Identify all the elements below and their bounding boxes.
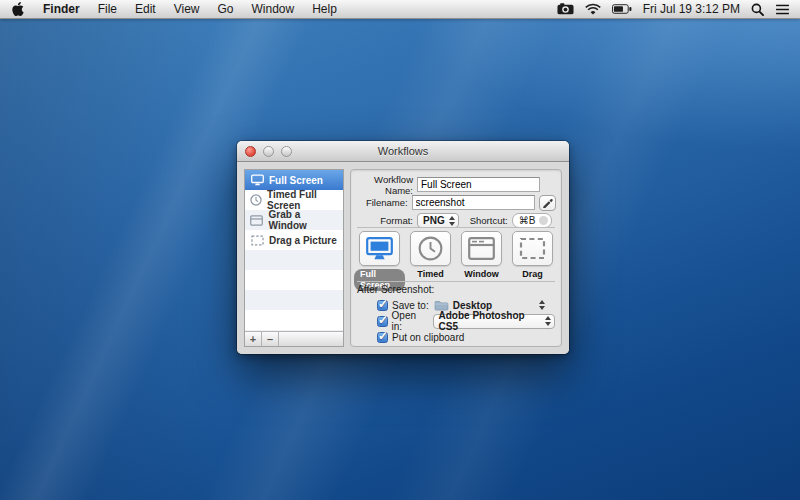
open-in-checkbox[interactable] (377, 316, 388, 327)
stepper-arrows-icon (545, 316, 551, 326)
remove-workflow-button[interactable]: – (262, 332, 279, 346)
apple-menu[interactable] (0, 2, 34, 16)
display-icon (366, 237, 393, 261)
clipboard-row: Put on clipboard (377, 330, 555, 344)
capture-button-label: Timed (417, 269, 443, 280)
full-screen-button[interactable] (359, 231, 400, 266)
sidebar-item-timed-full-screen[interactable]: Timed Full Screen (245, 190, 343, 210)
apple-logo-icon (12, 2, 24, 16)
menu-edit[interactable]: Edit (126, 2, 165, 16)
open-in-value: Adobe Photoshop CS5 (439, 310, 542, 332)
battery-icon[interactable] (612, 4, 632, 14)
after-screenshot-section: After Screenshot: Save to: Desktop Open … (357, 284, 555, 346)
wifi-icon[interactable] (585, 3, 601, 15)
filename-row: Filename: (356, 195, 556, 210)
workflows-window: Workflows Full Screen Timed Full Screen (237, 141, 569, 354)
open-in-popup[interactable]: Adobe Photoshop CS5 (433, 314, 556, 329)
notification-center-icon[interactable] (775, 4, 790, 15)
menu-go[interactable]: Go (209, 2, 243, 16)
save-to-checkbox[interactable] (377, 300, 388, 311)
menu-file[interactable]: File (89, 2, 126, 16)
window-icon (468, 237, 495, 260)
capture-button-label: Drag (522, 269, 543, 280)
filename-label: Filename: (356, 197, 408, 208)
filename-input[interactable] (412, 195, 535, 210)
sidebar-item-label: Drag a Picture (269, 235, 337, 246)
shortcut-value: ⌘B (519, 215, 536, 226)
workflow-name-input[interactable] (417, 177, 540, 192)
clock-icon (418, 236, 443, 261)
menu-bar: Finder File Edit View Go Window Help Fri… (0, 0, 800, 19)
format-shortcut-row: Format: PNG Shortcut: ⌘B (356, 213, 556, 228)
clipboard-label: Put on clipboard (392, 332, 464, 343)
window-body: Full Screen Timed Full Screen Grab a Win… (237, 163, 569, 354)
format-label: Format: (356, 215, 413, 226)
open-in-label: Open in: (392, 310, 428, 332)
drag-button[interactable] (512, 231, 553, 266)
window-button[interactable] (461, 231, 502, 266)
open-in-row: Open in: Adobe Photoshop CS5 (377, 314, 555, 328)
clock-icon (250, 194, 262, 206)
spotlight-icon[interactable] (751, 3, 764, 16)
window-titlebar[interactable]: Workflows (237, 141, 569, 162)
camera-icon[interactable] (557, 3, 574, 15)
traffic-lights (245, 146, 292, 157)
filename-token-button[interactable] (539, 195, 556, 211)
workflow-name-label: Workflow Name: (356, 174, 413, 196)
save-to-label: Save to: (392, 300, 429, 311)
menu-help[interactable]: Help (303, 2, 346, 16)
format-popup[interactable]: PNG (417, 213, 459, 228)
pen-icon (542, 197, 553, 208)
workflow-name-row: Workflow Name: (356, 177, 556, 192)
empty-row (245, 270, 343, 290)
clipboard-checkbox[interactable] (377, 332, 388, 343)
sidebar-item-label: Full Screen (269, 175, 323, 186)
capture-drag: Drag (507, 231, 558, 291)
marquee-icon (250, 235, 264, 246)
shortcut-label: Shortcut: (470, 215, 508, 226)
clear-shortcut-icon[interactable] (539, 216, 548, 225)
menu-window[interactable]: Window (243, 2, 304, 16)
capture-type-buttons: Full Screen Timed Window (354, 231, 558, 291)
capture-button-label: Window (464, 269, 498, 280)
sidebar-item-label: Timed Full Screen (267, 189, 339, 211)
stepper-arrows-icon (449, 216, 455, 226)
zoom-button[interactable] (281, 146, 292, 157)
settings-panel: Workflow Name: Filename: Format: PNG (350, 169, 562, 347)
capture-full-screen: Full Screen (354, 231, 405, 291)
empty-row (245, 310, 343, 330)
display-icon (250, 174, 264, 186)
menubar-clock[interactable]: Fri Jul 19 3:12 PM (643, 2, 740, 16)
close-button[interactable] (245, 146, 256, 157)
save-to-value[interactable]: Desktop (453, 300, 492, 311)
after-screenshot-heading: After Screenshot: (357, 284, 555, 295)
window-title: Workflows (378, 145, 429, 157)
window-icon (250, 215, 264, 226)
divider (357, 227, 555, 228)
format-value: PNG (423, 215, 445, 226)
menubar-status-area: Fri Jul 19 3:12 PM (557, 2, 800, 16)
marquee-icon (519, 237, 546, 260)
sidebar-item-full-screen[interactable]: Full Screen (245, 170, 343, 190)
workflow-form: Workflow Name: Filename: Format: PNG (356, 177, 556, 231)
folder-icon (434, 300, 449, 311)
minimize-button[interactable] (263, 146, 274, 157)
add-workflow-button[interactable]: + (245, 332, 262, 346)
sidebar-item-drag-a-picture[interactable]: Drag a Picture (245, 230, 343, 250)
save-to-popup-stepper[interactable] (539, 300, 545, 310)
shortcut-field[interactable]: ⌘B (512, 213, 552, 228)
sidebar-footer: + – (245, 331, 343, 346)
menu-view[interactable]: View (165, 2, 209, 16)
sidebar-item-grab-a-window[interactable]: Grab a Window (245, 210, 343, 230)
workflow-list: Full Screen Timed Full Screen Grab a Win… (244, 169, 344, 347)
divider (357, 281, 555, 282)
capture-timed: Timed (405, 231, 456, 291)
timed-button[interactable] (410, 231, 451, 266)
sidebar-item-label: Grab a Window (269, 209, 339, 231)
capture-window: Window (456, 231, 507, 291)
menu-finder[interactable]: Finder (34, 2, 89, 16)
empty-row (245, 250, 343, 270)
empty-row (245, 290, 343, 310)
